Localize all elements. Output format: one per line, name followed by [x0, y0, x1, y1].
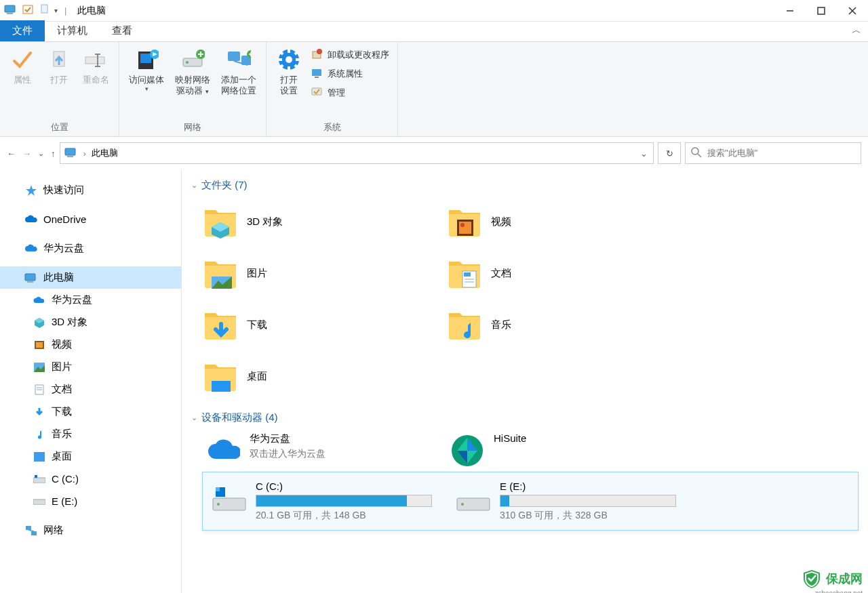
ribbon-group-network: 网络	[125, 121, 260, 135]
qat-doc-icon[interactable]	[39, 4, 50, 17]
svg-rect-38	[65, 148, 75, 155]
sidebar-quick-access[interactable]: 快速访问	[0, 179, 181, 201]
nav-up[interactable]: ↑	[51, 148, 56, 159]
svg-rect-69	[464, 272, 471, 277]
ribbon-tabs: 文件 计算机 查看 ︿	[0, 22, 868, 42]
svg-rect-0	[5, 5, 15, 12]
ribbon-collapse-button[interactable]: ︿	[852, 24, 861, 37]
qat-check-icon[interactable]	[22, 4, 35, 17]
huawei-cloud-icon	[24, 242, 38, 255]
sidebar-huawei-cloud[interactable]: 华为云盘	[0, 237, 181, 260]
drive-icon	[33, 495, 46, 508]
ribbon-rename[interactable]: 重命名	[79, 45, 113, 88]
usage-bar	[256, 495, 432, 507]
sidebar-child-huawei[interactable]: 华为云盘	[0, 289, 181, 311]
sidebar-network[interactable]: 网络	[0, 519, 181, 541]
group-folders-header[interactable]: ⌄文件夹 (7)	[191, 179, 859, 192]
ribbon-system-properties[interactable]: 系统属性	[309, 66, 392, 81]
shield-icon	[802, 569, 822, 589]
svg-marker-42	[26, 185, 37, 196]
sidebar-child-3d[interactable]: 3D 对象	[0, 311, 181, 333]
svg-rect-5	[818, 7, 825, 14]
tab-computer[interactable]: 计算机	[45, 20, 100, 41]
folder-3d-objects[interactable]: 3D 对象	[202, 197, 439, 246]
ribbon-map-drive[interactable]: 映射网络 驱动器 ▾	[171, 45, 214, 98]
maximize-button[interactable]	[806, 0, 837, 22]
sidebar-child-pictures[interactable]: 图片	[0, 356, 181, 378]
search-box[interactable]: 搜索"此电脑"	[685, 142, 861, 164]
folder-videos[interactable]: 视频	[446, 197, 684, 246]
svg-rect-43	[25, 274, 35, 281]
sidebar-child-music[interactable]: 音乐	[0, 423, 181, 445]
folder-music[interactable]: 音乐	[446, 300, 684, 349]
usage-bar	[500, 495, 676, 507]
nav-history[interactable]: ⌄	[38, 149, 44, 158]
sidebar-child-documents[interactable]: 文档	[0, 378, 181, 401]
ribbon-add-network-location[interactable]: 添加一个 网络位置	[217, 45, 260, 98]
nav-bar: ← → ⌄ ↑ › 此电脑 ⌄ ↻ 搜索"此电脑"	[0, 137, 868, 169]
sidebar-child-drive-e[interactable]: E (E:)	[0, 490, 181, 512]
close-button[interactable]	[837, 0, 868, 22]
svg-rect-1	[7, 13, 13, 14]
ribbon-open[interactable]: 打开	[42, 45, 76, 88]
sidebar-child-downloads[interactable]: 下载	[0, 401, 181, 423]
ribbon-group-system: 系统	[272, 121, 392, 135]
ribbon-access-media[interactable]: 访问媒体 ▾	[125, 45, 168, 98]
tab-file[interactable]: 文件	[0, 20, 45, 41]
nav-forward[interactable]: →	[22, 148, 31, 159]
ribbon-manage[interactable]: 管理	[309, 85, 392, 100]
sidebar-child-drive-c[interactable]: C (C:)	[0, 468, 181, 490]
folder-documents[interactable]: 文档	[446, 249, 684, 298]
minimize-button[interactable]	[774, 0, 806, 22]
download-icon	[33, 405, 46, 419]
ribbon-properties[interactable]: 属性	[5, 45, 39, 88]
manage-icon	[311, 87, 323, 99]
ribbon-uninstall[interactable]: 卸载或更改程序	[309, 47, 392, 62]
tab-view[interactable]: 查看	[100, 20, 144, 41]
drive-icon	[211, 480, 248, 517]
hisuite-icon	[449, 432, 486, 469]
folder-desktop[interactable]: 桌面	[202, 352, 439, 401]
svg-rect-58	[26, 526, 31, 530]
drive-hisuite[interactable]: HiSuite	[446, 430, 684, 472]
drive-e[interactable]: E (E:) 310 GB 可用，共 328 GB	[452, 478, 690, 525]
svg-rect-56	[35, 475, 37, 478]
drive-huawei-cloud[interactable]: 华为云盘双击进入华为云盘	[202, 430, 439, 472]
sidebar-child-videos[interactable]: 视频	[0, 333, 181, 356]
svg-rect-64	[459, 222, 471, 234]
sidebar: 快速访问 OneDrive 华为云盘 此电脑 华为云盘 3D 对象 视频 图片 …	[0, 169, 182, 593]
folder-downloads[interactable]: 下载	[202, 300, 439, 349]
ribbon-open-settings[interactable]: 打开 设置	[272, 45, 306, 100]
rename-icon	[84, 47, 108, 72]
folder-pictures[interactable]: 图片	[202, 249, 439, 298]
folder-icon	[202, 203, 239, 240]
address-text: 此电脑	[92, 147, 118, 159]
svg-rect-48	[36, 342, 43, 348]
chevron-down-icon[interactable]: ⌄	[640, 148, 648, 159]
svg-point-40	[692, 148, 698, 155]
svg-point-65	[460, 223, 465, 227]
svg-rect-54	[34, 452, 45, 462]
svg-rect-80	[216, 487, 220, 491]
refresh-button[interactable]: ↻	[658, 142, 681, 164]
window-title: 此电脑	[77, 5, 106, 17]
svg-rect-59	[31, 531, 37, 535]
titlebar: ▾ | 此电脑	[0, 0, 868, 22]
drive-icon	[455, 480, 492, 517]
sidebar-this-pc[interactable]: 此电脑	[0, 266, 181, 289]
media-server-icon	[134, 47, 159, 72]
svg-rect-3	[41, 5, 47, 13]
svg-line-41	[698, 154, 701, 157]
group-drives-header[interactable]: ⌄设备和驱动器 (4)	[191, 411, 859, 424]
open-icon	[47, 47, 71, 72]
svg-rect-39	[67, 156, 73, 157]
huawei-cloud-icon	[33, 293, 46, 307]
sidebar-child-desktop[interactable]: 桌面	[0, 445, 181, 468]
folder-icon	[202, 358, 239, 394]
nav-back[interactable]: ←	[7, 148, 16, 159]
svg-rect-36	[315, 77, 319, 78]
address-bar[interactable]: › 此电脑 ⌄	[60, 142, 654, 164]
pc-icon	[64, 147, 78, 160]
drive-c[interactable]: C (C:) 20.1 GB 可用，共 148 GB	[208, 478, 446, 525]
sidebar-onedrive[interactable]: OneDrive	[0, 208, 181, 230]
